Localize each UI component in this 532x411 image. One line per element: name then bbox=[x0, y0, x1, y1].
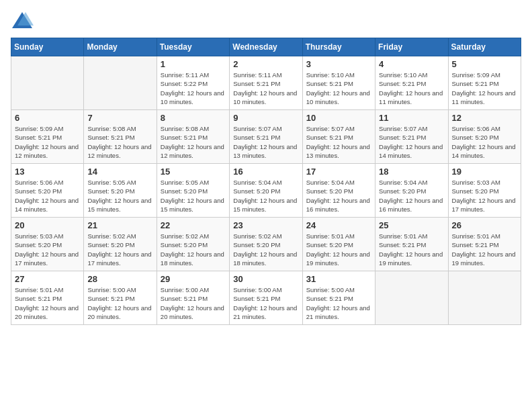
day-cell: 16Sunrise: 5:04 AMSunset: 5:20 PMDayligh… bbox=[230, 164, 302, 218]
day-cell: 13Sunrise: 5:06 AMSunset: 5:20 PMDayligh… bbox=[11, 164, 84, 218]
day-info: Sunrise: 5:07 AMSunset: 5:21 PMDaylight:… bbox=[233, 124, 298, 160]
day-cell: 5Sunrise: 5:09 AMSunset: 5:21 PMDaylight… bbox=[448, 56, 521, 110]
day-number: 9 bbox=[233, 113, 298, 123]
day-cell: 11Sunrise: 5:07 AMSunset: 5:21 PMDayligh… bbox=[375, 110, 448, 164]
day-info: Sunrise: 5:10 AMSunset: 5:21 PMDaylight:… bbox=[379, 71, 444, 106]
day-number: 15 bbox=[161, 167, 226, 177]
day-info: Sunrise: 5:06 AMSunset: 5:20 PMDaylight:… bbox=[15, 178, 80, 214]
day-number: 30 bbox=[233, 274, 298, 284]
day-number: 23 bbox=[233, 220, 298, 230]
day-cell: 26Sunrise: 5:01 AMSunset: 5:21 PMDayligh… bbox=[448, 218, 521, 271]
day-cell: 25Sunrise: 5:01 AMSunset: 5:21 PMDayligh… bbox=[375, 218, 448, 271]
day-number: 20 bbox=[15, 220, 80, 230]
day-cell bbox=[448, 271, 521, 325]
day-info: Sunrise: 5:03 AMSunset: 5:20 PMDaylight:… bbox=[452, 178, 517, 214]
day-number: 29 bbox=[161, 274, 226, 284]
day-cell bbox=[375, 271, 448, 325]
day-number: 12 bbox=[452, 113, 517, 123]
day-number: 27 bbox=[15, 274, 80, 284]
day-info: Sunrise: 5:01 AMSunset: 5:20 PMDaylight:… bbox=[306, 232, 371, 267]
day-cell: 7Sunrise: 5:08 AMSunset: 5:21 PMDaylight… bbox=[84, 110, 157, 164]
day-number: 26 bbox=[452, 220, 517, 230]
day-cell: 2Sunrise: 5:11 AMSunset: 5:21 PMDaylight… bbox=[230, 56, 302, 110]
day-number: 6 bbox=[15, 113, 80, 123]
day-cell: 29Sunrise: 5:00 AMSunset: 5:21 PMDayligh… bbox=[157, 271, 229, 325]
day-info: Sunrise: 5:09 AMSunset: 5:21 PMDaylight:… bbox=[15, 124, 80, 160]
day-info: Sunrise: 5:02 AMSunset: 5:20 PMDaylight:… bbox=[233, 232, 298, 267]
day-info: Sunrise: 5:05 AMSunset: 5:20 PMDaylight:… bbox=[161, 178, 226, 214]
day-cell: 19Sunrise: 5:03 AMSunset: 5:20 PMDayligh… bbox=[448, 164, 521, 218]
day-info: Sunrise: 5:04 AMSunset: 5:20 PMDaylight:… bbox=[306, 178, 371, 214]
day-number: 14 bbox=[87, 167, 152, 177]
day-cell: 10Sunrise: 5:07 AMSunset: 5:21 PMDayligh… bbox=[302, 110, 375, 164]
day-cell: 31Sunrise: 5:00 AMSunset: 5:21 PMDayligh… bbox=[302, 271, 375, 325]
day-number: 18 bbox=[379, 167, 444, 177]
day-info: Sunrise: 5:07 AMSunset: 5:21 PMDaylight:… bbox=[379, 124, 444, 160]
day-info: Sunrise: 5:01 AMSunset: 5:21 PMDaylight:… bbox=[379, 232, 444, 267]
day-cell: 17Sunrise: 5:04 AMSunset: 5:20 PMDayligh… bbox=[302, 164, 375, 218]
day-info: Sunrise: 5:00 AMSunset: 5:21 PMDaylight:… bbox=[233, 285, 298, 321]
day-cell: 3Sunrise: 5:10 AMSunset: 5:21 PMDaylight… bbox=[302, 56, 375, 110]
day-cell: 14Sunrise: 5:05 AMSunset: 5:20 PMDayligh… bbox=[84, 164, 157, 218]
day-info: Sunrise: 5:00 AMSunset: 5:21 PMDaylight:… bbox=[161, 285, 226, 321]
day-number: 4 bbox=[379, 59, 444, 69]
day-info: Sunrise: 5:05 AMSunset: 5:20 PMDaylight:… bbox=[87, 178, 152, 214]
day-cell: 28Sunrise: 5:00 AMSunset: 5:21 PMDayligh… bbox=[84, 271, 157, 325]
day-info: Sunrise: 5:01 AMSunset: 5:21 PMDaylight:… bbox=[15, 285, 80, 321]
header bbox=[11, 11, 521, 30]
day-info: Sunrise: 5:03 AMSunset: 5:20 PMDaylight:… bbox=[15, 232, 80, 267]
day-number: 16 bbox=[233, 167, 298, 177]
day-info: Sunrise: 5:02 AMSunset: 5:20 PMDaylight:… bbox=[161, 232, 226, 267]
day-info: Sunrise: 5:01 AMSunset: 5:21 PMDaylight:… bbox=[452, 232, 517, 267]
day-cell: 4Sunrise: 5:10 AMSunset: 5:21 PMDaylight… bbox=[375, 56, 448, 110]
day-info: Sunrise: 5:10 AMSunset: 5:21 PMDaylight:… bbox=[306, 71, 371, 106]
col-header-friday: Friday bbox=[375, 38, 448, 56]
day-number: 22 bbox=[161, 220, 226, 230]
col-header-wednesday: Wednesday bbox=[230, 38, 302, 56]
day-number: 19 bbox=[452, 167, 517, 177]
day-cell: 15Sunrise: 5:05 AMSunset: 5:20 PMDayligh… bbox=[157, 164, 229, 218]
col-header-saturday: Saturday bbox=[448, 38, 521, 56]
day-cell: 9Sunrise: 5:07 AMSunset: 5:21 PMDaylight… bbox=[230, 110, 302, 164]
header-row: SundayMondayTuesdayWednesdayThursdayFrid… bbox=[11, 38, 521, 56]
week-row-3: 20Sunrise: 5:03 AMSunset: 5:20 PMDayligh… bbox=[11, 218, 521, 271]
col-header-sunday: Sunday bbox=[11, 38, 84, 56]
day-number: 25 bbox=[379, 220, 444, 230]
day-number: 21 bbox=[87, 220, 152, 230]
col-header-thursday: Thursday bbox=[302, 38, 375, 56]
day-info: Sunrise: 5:04 AMSunset: 5:20 PMDaylight:… bbox=[233, 178, 298, 214]
day-cell: 30Sunrise: 5:00 AMSunset: 5:21 PMDayligh… bbox=[230, 271, 302, 325]
day-number: 10 bbox=[306, 113, 371, 123]
day-info: Sunrise: 5:11 AMSunset: 5:21 PMDaylight:… bbox=[233, 71, 298, 106]
day-cell: 20Sunrise: 5:03 AMSunset: 5:20 PMDayligh… bbox=[11, 218, 84, 271]
day-number: 17 bbox=[306, 167, 371, 177]
day-number: 28 bbox=[87, 274, 152, 284]
day-cell: 21Sunrise: 5:02 AMSunset: 5:20 PMDayligh… bbox=[84, 218, 157, 271]
day-cell bbox=[84, 56, 157, 110]
day-number: 31 bbox=[306, 274, 371, 284]
col-header-tuesday: Tuesday bbox=[157, 38, 229, 56]
day-number: 13 bbox=[15, 167, 80, 177]
day-cell: 6Sunrise: 5:09 AMSunset: 5:21 PMDaylight… bbox=[11, 110, 84, 164]
day-cell: 8Sunrise: 5:08 AMSunset: 5:21 PMDaylight… bbox=[157, 110, 229, 164]
day-number: 8 bbox=[161, 113, 226, 123]
day-cell: 1Sunrise: 5:11 AMSunset: 5:22 PMDaylight… bbox=[157, 56, 229, 110]
day-info: Sunrise: 5:08 AMSunset: 5:21 PMDaylight:… bbox=[161, 124, 226, 160]
calendar-table: SundayMondayTuesdayWednesdayThursdayFrid… bbox=[11, 38, 521, 325]
day-info: Sunrise: 5:06 AMSunset: 5:20 PMDaylight:… bbox=[452, 124, 517, 160]
week-row-1: 6Sunrise: 5:09 AMSunset: 5:21 PMDaylight… bbox=[11, 110, 521, 164]
day-number: 11 bbox=[379, 113, 444, 123]
day-number: 24 bbox=[306, 220, 371, 230]
day-number: 2 bbox=[233, 59, 298, 69]
week-row-0: 1Sunrise: 5:11 AMSunset: 5:22 PMDaylight… bbox=[11, 56, 521, 110]
day-cell: 12Sunrise: 5:06 AMSunset: 5:20 PMDayligh… bbox=[448, 110, 521, 164]
day-cell: 22Sunrise: 5:02 AMSunset: 5:20 PMDayligh… bbox=[157, 218, 229, 271]
day-number: 7 bbox=[87, 113, 152, 123]
day-info: Sunrise: 5:00 AMSunset: 5:21 PMDaylight:… bbox=[87, 285, 152, 321]
day-cell: 18Sunrise: 5:04 AMSunset: 5:20 PMDayligh… bbox=[375, 164, 448, 218]
day-info: Sunrise: 5:11 AMSunset: 5:22 PMDaylight:… bbox=[161, 71, 226, 106]
day-number: 3 bbox=[306, 59, 371, 69]
day-number: 1 bbox=[161, 59, 226, 69]
day-info: Sunrise: 5:04 AMSunset: 5:20 PMDaylight:… bbox=[379, 178, 444, 214]
day-number: 5 bbox=[452, 59, 517, 69]
